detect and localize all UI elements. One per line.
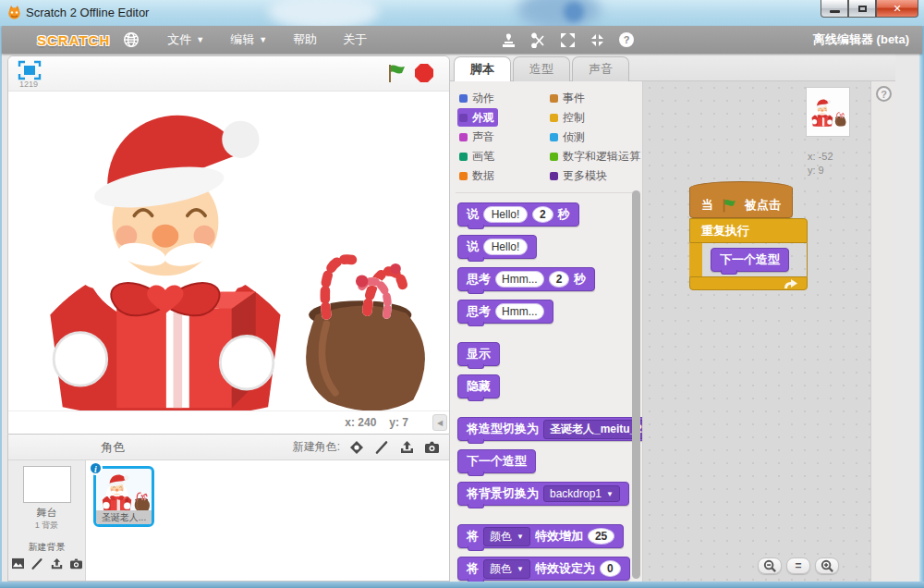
costume-dropdown[interactable]: 圣诞老人_meitu_2 [543, 420, 643, 439]
santa-thumbnail-image [98, 470, 152, 514]
block-say[interactable]: 说 Hello! [457, 235, 537, 259]
category-looks[interactable]: 外观 [457, 108, 498, 127]
camera-backdrop-icon[interactable] [69, 557, 83, 570]
category-pen[interactable]: 画笔 [457, 147, 498, 165]
sprite-thumbnail-santa[interactable]: i 圣诞老人... [93, 466, 154, 527]
script-next-costume[interactable]: 下一个造型 [711, 248, 789, 272]
script-area[interactable]: x: -52 y: 9 当 被点击 [643, 81, 870, 582]
window-controls: ✕ [821, 0, 918, 18]
block-switch-costume[interactable]: 将造型切换为 圣诞老人_meitu_2 [457, 417, 643, 441]
category-data[interactable]: 数据 [457, 166, 498, 185]
menu-file[interactable]: 文件▼ [154, 26, 217, 54]
upload-sprite-icon[interactable] [398, 440, 415, 455]
block-hide[interactable]: 隐藏 [457, 374, 500, 398]
menu-help[interactable]: 帮助 [280, 26, 330, 54]
stage-selector-column[interactable]: 舞台 1 背景 新建背景 [8, 460, 86, 581]
delete-scissors-icon[interactable] [528, 30, 548, 50]
block-text: 显示 [467, 346, 491, 362]
zoom-out-button[interactable] [758, 557, 782, 574]
editor-column: 脚本 造型 声音 动作 事件 外观 控制 声音 侦测 画笔 数字和逻辑运算 [450, 54, 895, 582]
help-flap: ? [870, 81, 895, 582]
category-label: 外观 [472, 110, 494, 126]
camera-sprite-icon[interactable] [423, 440, 440, 455]
shrink-sprite-icon[interactable] [587, 30, 607, 50]
upload-backdrop-icon[interactable] [50, 557, 64, 570]
collapse-stage-handle[interactable]: ◀ [432, 414, 447, 431]
backdrop-dropdown[interactable]: backdrop1▼ [543, 485, 620, 502]
block-show[interactable]: 显示 [457, 342, 500, 366]
number-input[interactable]: 2 [532, 206, 553, 223]
number-input[interactable]: 2 [549, 271, 570, 288]
block-text: 将造型切换为 [467, 421, 539, 437]
zoom-reset-button[interactable]: = [786, 557, 810, 574]
effect-dropdown[interactable]: 颜色▼ [483, 527, 530, 546]
block-help-icon[interactable]: ? [616, 30, 637, 50]
block-set-effect[interactable]: 将 颜色▼ 特效设定为 0 [457, 557, 630, 581]
fullscreen-icon[interactable] [18, 60, 42, 80]
mouse-y: y: 7 [389, 416, 408, 429]
tab-sounds[interactable]: 声音 [572, 56, 629, 81]
script-when-flag-clicked[interactable]: 当 被点击 [689, 192, 793, 218]
category-color-swatch [550, 133, 558, 141]
menu-edit-label: 编辑 [230, 31, 254, 48]
text-input[interactable]: Hmm... [495, 271, 544, 288]
forever-foot [689, 276, 808, 290]
block-text: 思考 [467, 303, 491, 320]
category-control[interactable]: 控制 [548, 108, 589, 127]
effect-dropdown[interactable]: 颜色▼ [483, 559, 530, 579]
number-input[interactable]: 25 [588, 528, 614, 545]
close-button[interactable]: ✕ [876, 0, 918, 18]
category-label: 事件 [563, 91, 585, 106]
text-input[interactable]: Hello! [483, 239, 528, 255]
maximize-button[interactable] [848, 0, 876, 18]
santa-sprite-on-stage[interactable] [10, 92, 444, 410]
tab-scripts[interactable]: 脚本 [454, 56, 511, 81]
category-label: 声音 [472, 129, 494, 145]
block-switch-backdrop[interactable]: 将背景切换为 backdrop1▼ [457, 482, 629, 506]
script-forever-loop[interactable]: 重复执行 下一个造型 [689, 218, 808, 290]
block-next-costume[interactable]: 下一个造型 [457, 449, 536, 473]
backdrop-library-icon[interactable] [11, 557, 25, 570]
chevron-down-icon: ▼ [517, 565, 524, 573]
forever-head[interactable]: 重复执行 [689, 218, 808, 243]
number-input[interactable]: 0 [600, 560, 621, 577]
text-input[interactable]: Hello! [483, 206, 528, 223]
block-think-for-secs[interactable]: 思考 Hmm... 2 秒 [457, 267, 595, 291]
stage-backdrop-thumbnail[interactable] [23, 466, 71, 503]
scratch-logo[interactable]: SCRATCH [37, 32, 110, 48]
paint-brush-icon[interactable] [373, 440, 390, 455]
stop-button[interactable] [414, 63, 434, 83]
backdrop-count-label: 1 背景 [35, 520, 59, 532]
block-say-for-secs[interactable]: 说 Hello! 2 秒 [457, 202, 579, 227]
help-button[interactable]: ? [876, 86, 892, 102]
block-think[interactable]: 思考 Hmm... [457, 300, 553, 324]
category-label: 数据 [472, 168, 494, 184]
menu-about[interactable]: 关于 [330, 26, 380, 54]
zoom-in-button[interactable] [815, 557, 839, 574]
paint-backdrop-icon[interactable] [30, 557, 44, 570]
sprite-library-icon[interactable] [348, 440, 365, 455]
stage-canvas[interactable] [8, 92, 449, 410]
category-events[interactable]: 事件 [548, 89, 589, 107]
category-more-blocks[interactable]: 更多模块 [548, 166, 611, 185]
language-globe-icon[interactable] [123, 31, 140, 48]
sprite-y-readout: y: 9 [808, 164, 857, 178]
window-frame-left [0, 26, 2, 582]
category-color-swatch [550, 94, 558, 103]
text-input[interactable]: Hmm... [495, 303, 544, 320]
green-flag-button[interactable] [386, 63, 407, 83]
grow-sprite-icon[interactable] [557, 30, 578, 50]
category-label: 控制 [563, 110, 585, 126]
block-change-effect[interactable]: 将 颜色▼ 特效增加 25 [457, 524, 624, 548]
minimize-button[interactable] [821, 0, 848, 18]
category-sensing[interactable]: 侦测 [548, 128, 589, 146]
palette-scrollbar[interactable] [632, 190, 640, 579]
tab-costumes[interactable]: 造型 [513, 56, 570, 81]
block-text: 下一个造型 [720, 251, 780, 268]
category-operators[interactable]: 数字和逻辑运算 [548, 147, 643, 165]
dropdown-value: 圣诞老人_meitu_2 [550, 422, 642, 437]
menu-edit[interactable]: 编辑▼ [217, 26, 280, 54]
category-motion[interactable]: 动作 [457, 89, 498, 107]
duplicate-stamp-icon[interactable] [498, 30, 518, 50]
category-sound[interactable]: 声音 [457, 128, 498, 146]
